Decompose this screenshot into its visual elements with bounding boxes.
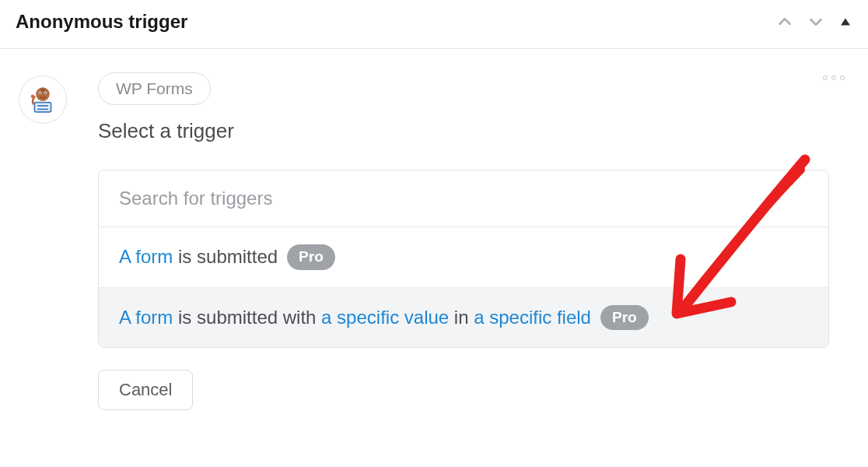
trigger-option-text: A form is submitted	[119, 246, 278, 268]
integration-chip-label: WP Forms	[116, 79, 193, 98]
content-area: WP Forms Select a trigger Search for tri…	[0, 49, 868, 410]
panel-header: Anonymous trigger	[0, 0, 868, 49]
wpforms-logo-icon	[26, 83, 59, 116]
pro-badge: Pro	[287, 244, 335, 270]
integration-avatar	[19, 75, 67, 124]
svg-marker-0	[841, 19, 850, 26]
section-label: Select a trigger	[98, 119, 849, 143]
more-options-icon[interactable]	[818, 72, 849, 83]
collapse-triangle-icon[interactable]	[838, 15, 852, 29]
trigger-option-text: A form is submitted with a specific valu…	[119, 307, 591, 328]
svg-point-5	[45, 92, 47, 93]
trigger-option[interactable]: A form is submitted with a specific valu…	[99, 288, 828, 348]
trigger-option[interactable]: A form is submittedPro	[99, 227, 828, 288]
svg-rect-7	[35, 103, 51, 112]
svg-point-6	[40, 89, 44, 92]
integration-chip[interactable]: WP Forms	[98, 72, 211, 105]
trigger-dropdown: Search for triggers A form is submittedP…	[98, 170, 829, 348]
header-controls	[776, 13, 852, 30]
panel-title: Anonymous trigger	[16, 11, 187, 33]
cancel-button[interactable]: Cancel	[98, 370, 193, 410]
svg-point-10	[31, 94, 34, 97]
chevron-up-icon[interactable]	[776, 13, 793, 30]
chevron-down-icon[interactable]	[807, 13, 824, 30]
svg-point-4	[40, 92, 41, 93]
search-input[interactable]: Search for triggers	[99, 170, 828, 227]
pro-badge: Pro	[600, 305, 649, 331]
main-panel: WP Forms Select a trigger Search for tri…	[98, 72, 849, 410]
